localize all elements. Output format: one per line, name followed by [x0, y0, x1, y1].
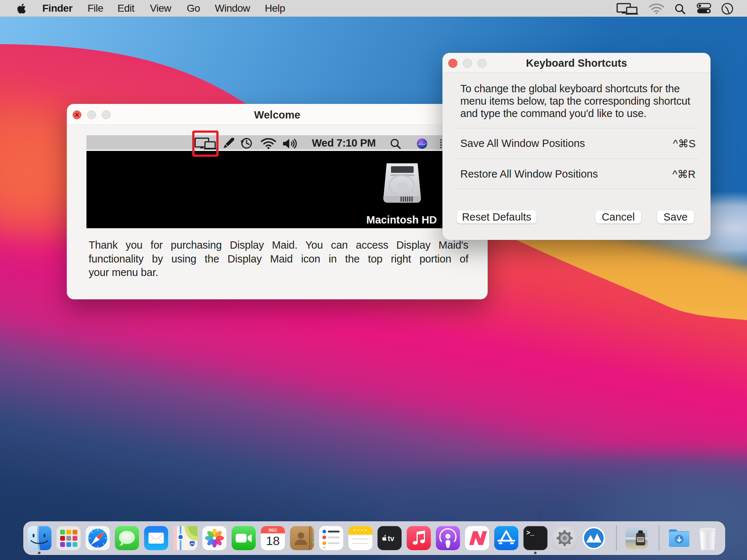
svg-text:tv: tv — [388, 534, 395, 542]
svg-text:>_: >_ — [526, 529, 534, 537]
svg-text:280: 280 — [190, 542, 194, 545]
svg-text:18: 18 — [266, 534, 280, 548]
svg-text:DEC: DEC — [268, 528, 277, 532]
